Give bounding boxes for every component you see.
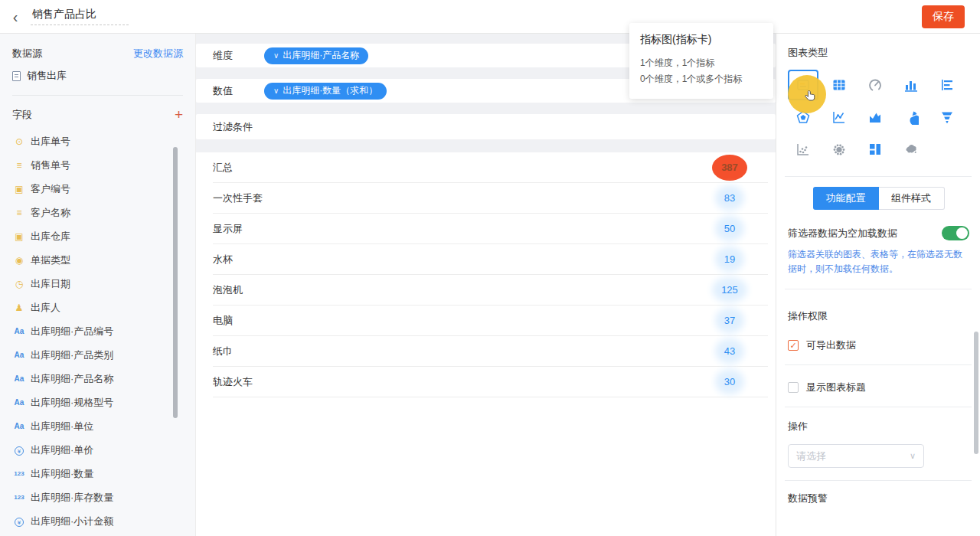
field-item[interactable]: Aa出库明细·产品编号 [12,319,183,343]
field-item[interactable]: ▣出库仓库 [12,224,183,248]
row-value: 30 [722,376,737,387]
chart-type-gauge-icon[interactable] [860,70,890,100]
save-button[interactable]: 保存 [922,5,965,28]
divider [12,95,183,96]
tab-function-config[interactable]: 功能配置 [813,187,879,210]
text-icon: Aa [12,374,26,383]
empty-filter-toggle[interactable] [942,226,969,240]
chart-type-table-icon[interactable] [824,70,854,100]
chart-type-column-icon[interactable] [896,70,926,100]
chart-type-china-map-icon[interactable] [896,134,926,165]
dimension-pill[interactable]: ∨ 出库明细·产品名称 [264,47,368,64]
filter-dropzone[interactable]: 过滤条件 [196,114,776,139]
text-icon: Aa [12,422,26,430]
field-item[interactable]: ¥出库明细·小计金额 [12,509,183,533]
field-item[interactable]: ♟出库人 [12,296,183,319]
table-row: 一次性手套 83 [213,183,768,214]
field-item[interactable]: Aa出库明细·产品名称 [12,367,183,391]
chart-type-bar-icon[interactable] [932,70,962,100]
action-select[interactable]: 请选择 ∨ [788,444,924,468]
permission-label: 操作权限 [788,309,969,323]
field-list: ⊙出库单号 ≡销售单号 ▣客户编号 ≡客户名称 ▣出库仓库 ◉单据类型 ◷出库日… [12,129,183,533]
chart-type-grid [788,69,969,165]
clock-icon: ◷ [12,279,26,289]
field-label: 出库单号 [31,135,70,149]
tooltip-title: 指标图(指标卡) [640,33,763,47]
add-field-button[interactable]: + [175,109,183,121]
chart-type-pie-icon[interactable] [896,102,926,132]
checkbox-checked-icon[interactable]: ✓ [788,340,799,351]
row-value: 83 [722,192,737,204]
row-value: 19 [722,253,737,265]
field-item[interactable]: ▣客户编号 [12,177,183,201]
divider [785,364,972,365]
chart-type-dashboard-icon[interactable] [860,134,890,165]
tab-component-style[interactable]: 组件样式 [879,187,945,210]
sidebar-scrollbar[interactable] [173,147,178,418]
empty-filter-toggle-label: 筛选器数据为空加载数据 [788,227,897,240]
action-label: 操作 [788,420,969,433]
chart-type-line-icon[interactable] [824,102,854,132]
field-item[interactable]: 123出库明细·库存数量 [12,485,183,509]
field-item[interactable]: ≡客户名称 [12,201,183,224]
table-row: 轨迹火车 30 [213,367,768,397]
chart-type-radar-icon[interactable] [788,102,818,132]
text-lines-icon: ≡ [12,160,26,171]
checkbox-unchecked-icon[interactable] [788,382,799,393]
text-icon: Aa [12,398,26,407]
row-label: 汇总 [213,161,233,175]
field-item[interactable]: 123出库明细·数量 [12,462,183,485]
filter-label: 过滤条件 [213,120,264,134]
chart-type-label: 图表类型 [788,46,969,60]
amount-icon: ¥ [15,518,24,527]
field-item[interactable]: ≡销售单号 [12,153,183,177]
chart-type-area-icon[interactable] [860,102,890,132]
divider [785,480,972,481]
back-button[interactable]: ‹ [0,2,31,32]
chart-type-indicator-card-icon[interactable] [788,70,818,100]
dimension-label: 维度 [213,49,264,63]
linked-field-icon: ▣ [12,184,26,194]
field-item[interactable]: Aa出库明细·产品类别 [12,343,183,367]
chart-type-scatter-icon[interactable] [788,134,818,165]
number-icon: 123 [12,470,26,477]
field-label: 出库仓库 [31,230,70,243]
row-value: 43 [722,345,737,357]
measure-pill[interactable]: ∨ 出库明细·数量（求和） [264,83,387,100]
field-label: 客户编号 [31,182,70,196]
row-label: 电脑 [213,314,233,328]
number-icon: 123 [12,494,26,501]
field-item[interactable]: ◷出库日期 [12,272,183,296]
chevron-down-icon: ∨ [273,51,279,60]
field-item[interactable]: Aa出库明细·单位 [12,414,183,438]
field-item[interactable]: ¥出库明细·单价 [12,438,183,462]
panel-scrollbar[interactable] [974,332,978,454]
change-datasource-link[interactable]: 更改数据源 [133,47,183,60]
divider [785,407,972,407]
field-item[interactable]: Aa出库明细·规格型号 [12,391,183,414]
field-item[interactable]: ⊙出库单号 [12,129,183,153]
amount-icon: ¥ [15,446,24,456]
field-label: 客户名称 [31,206,70,220]
linked-field-icon: ▣ [12,231,26,242]
table-row: 汇总 387 [213,152,768,183]
field-label: 出库明细·单价 [31,443,93,457]
data-alert-label: 数据预警 [788,492,969,505]
chart-type-funnel-icon[interactable] [932,102,962,132]
field-label: 出库明细·产品编号 [31,325,113,338]
page-title[interactable]: 销售产品占比 [31,8,129,21]
chart-config-area: 维度 ∨ 出库明细·产品名称 数值 ∨ 出库明细·数量（求和） 过滤条件 汇总 … [196,34,776,536]
select-placeholder: 请选择 [796,449,826,463]
datasource-item[interactable]: 销售出库 [12,67,183,84]
chart-type-word-cloud-icon[interactable] [824,134,854,165]
show-title-checkbox-row[interactable]: 显示图表标题 [788,381,969,394]
chart-type-tooltip: 指标图(指标卡) 1个维度，1个指标 0个维度，1个或多个指标 [629,23,773,99]
field-label: 销售单号 [31,159,70,172]
top-bar: ‹ 销售产品占比 保存 [0,0,980,34]
divider [785,289,972,289]
field-label: 出库明细·规格型号 [31,396,113,410]
measure-pill-label: 出库明细·数量（求和） [283,84,377,97]
field-item[interactable]: ◉单据类型 [12,248,183,272]
row-value: 50 [722,223,737,234]
export-data-checkbox-row[interactable]: ✓ 可导出数据 [788,338,969,352]
